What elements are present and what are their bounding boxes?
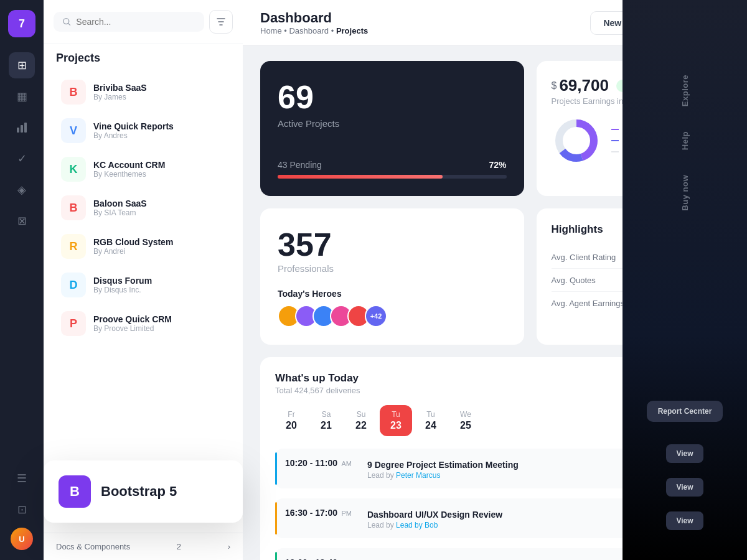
sidebar-icon-dashboard[interactable]: ⊞ [9, 52, 35, 78]
search-icon [62, 17, 71, 27]
heroes-section: Today's Heroes +42 [278, 289, 507, 327]
view-button-2[interactable]: View [666, 478, 703, 497]
left-panel: Projects B Briviba SaaS By James V Vine … [44, 0, 243, 560]
project-info: RGB Cloud System By Andrei [93, 237, 225, 256]
search-input[interactable] [76, 17, 195, 27]
project-info: Briviba SaaS By James [93, 83, 225, 101]
calendar-day[interactable]: Fr 20 [275, 405, 308, 436]
project-by: By Keenthemes [93, 170, 225, 179]
sidebar-icon-grid2[interactable]: ⊡ [9, 497, 35, 523]
progress-bar-fill [278, 175, 443, 179]
breadcrumb: Home • Dashboard • Projects [260, 26, 368, 35]
breadcrumb-home[interactable]: Home [260, 26, 282, 35]
project-icon: K [61, 157, 86, 182]
bootstrap-popup: B Bootstrap 5 [44, 460, 243, 523]
docs-chevron[interactable]: › [228, 542, 230, 551]
professionals-card: 357 Professionals Today's Heroes +42 [260, 208, 524, 345]
pending-label: 43 Pending [278, 160, 322, 170]
progress-bar-wrap [278, 175, 507, 179]
sidebar-icon-check[interactable]: ✓ [9, 146, 35, 172]
project-item-briviba[interactable]: B Briviba SaaS By James [49, 73, 238, 111]
breadcrumb-active: Projects [336, 26, 368, 35]
calendar-day[interactable]: Tu 24 [415, 405, 447, 436]
calendar-day[interactable]: Su 22 [345, 405, 377, 436]
calendar-day[interactable]: Tu 23 [380, 405, 412, 436]
cal-day-name: We [460, 410, 471, 419]
event-time: 12:00 - 13:40 [285, 558, 337, 560]
bootstrap-icon: B [59, 475, 91, 508]
cal-day-name: Tu [392, 410, 400, 419]
legend-color [611, 129, 619, 130]
cal-day-num: 20 [286, 420, 297, 431]
project-item-kc[interactable]: K KC Account CRM By Keenthemes [49, 151, 238, 188]
sidebar-icon-chart[interactable] [9, 114, 35, 141]
project-item-rgb[interactable]: R RGB Cloud System By Andrei [49, 228, 238, 265]
user-badge[interactable]: 7 [8, 10, 35, 37]
active-projects-card: 69 Active Projects 43 Pending 72% [260, 61, 524, 196]
calendar-day[interactable]: We 25 [449, 405, 482, 436]
event-time-block: 12:00 - 13:40 AM [285, 557, 360, 560]
pending-pct: 72% [489, 160, 506, 170]
docs-label: Docs & Components [56, 542, 130, 551]
cal-day-num: 21 [321, 420, 332, 431]
sidebar-icon-grid[interactable]: ▦ [9, 83, 35, 110]
project-info: KC Account CRM By Keenthemes [93, 160, 225, 179]
project-name: Vine Quick Reports [93, 121, 225, 131]
search-bar [44, 0, 243, 44]
cal-day-num: 24 [425, 420, 436, 431]
earnings-amount: 69,700 [559, 76, 609, 95]
bootstrap-label: Bootstrap 5 [101, 483, 177, 500]
sidebar: 7 ⊞ ▦ ✓ ◈ ⊠ ☰ ⊡ U [0, 0, 44, 560]
svg-rect-2 [24, 123, 27, 133]
sidebar-icon-briefcase[interactable]: ⊠ [9, 208, 35, 234]
event-ampm: AM [342, 460, 352, 467]
active-projects-label: Active Projects [278, 118, 507, 129]
donut-chart [552, 116, 601, 166]
sidebar-icon-layers[interactable]: ◈ [9, 177, 35, 203]
project-name: KC Account CRM [93, 160, 225, 170]
project-item-disqus[interactable]: D Disqus Forum By Disqus Inc. [49, 266, 238, 304]
project-info: Vine Quick Reports By Andres [93, 121, 225, 140]
calendar-day[interactable]: Sa 21 [310, 405, 342, 436]
side-tab-help[interactable]: Help [675, 119, 695, 162]
hero-more: +42 [365, 305, 387, 327]
event-time-block: 16:30 - 17:00 PM [285, 507, 360, 518]
project-icon: B [61, 80, 86, 105]
event-ampm: PM [342, 510, 352, 517]
prof-number: 357 [278, 226, 507, 263]
legend-color [611, 140, 619, 141]
search-input-wrap[interactable] [54, 12, 204, 32]
side-tab-explore[interactable]: Explore [675, 62, 695, 119]
heroes-title: Today's Heroes [278, 289, 507, 299]
filter-button[interactable] [209, 10, 233, 34]
project-item-proove[interactable]: P Proove Quick CRM By Proove Limited [49, 305, 238, 342]
event-border [275, 552, 277, 560]
docs-count: 2 [177, 542, 181, 551]
event-time-block: 10:20 - 11:00 AM [285, 457, 360, 469]
cal-day-name: Fr [288, 410, 294, 419]
sidebar-icon-menu[interactable]: ☰ [9, 465, 35, 492]
header-left: Dashboard Home • Dashboard • Projects [260, 10, 368, 35]
event-lead-link[interactable]: Peter Marcus [396, 471, 440, 480]
user-avatar[interactable]: U [11, 528, 33, 550]
legend-color [611, 151, 619, 152]
breadcrumb-dashboard[interactable]: Dashboard [289, 26, 329, 35]
pending-row: 43 Pending 72% [278, 160, 507, 170]
cal-day-num: 25 [460, 420, 471, 431]
view-button-3[interactable]: View [666, 511, 703, 530]
project-by: By SIA Team [93, 208, 225, 217]
svg-rect-0 [17, 128, 19, 133]
view-button-1[interactable]: View [666, 444, 703, 463]
project-by: By Andrei [93, 247, 225, 256]
project-icon: R [61, 234, 86, 259]
event-border [275, 502, 277, 534]
project-item-baloon[interactable]: B Baloon SaaS By SIA Team [49, 189, 238, 226]
event-time: 10:20 - 11:00 [285, 458, 337, 468]
event-lead-link[interactable]: Lead by Bob [396, 521, 438, 530]
side-tab-buy[interactable]: Buy now [675, 162, 695, 223]
highlight-label: Avg. Client Rating [552, 253, 616, 262]
report-center-button[interactable]: Report Cecnter [647, 401, 723, 422]
project-item-vine[interactable]: V Vine Quick Reports By Andres [49, 112, 238, 149]
avatars-row: +42 [278, 305, 507, 327]
project-info: Disqus Forum By Disqus Inc. [93, 276, 225, 294]
